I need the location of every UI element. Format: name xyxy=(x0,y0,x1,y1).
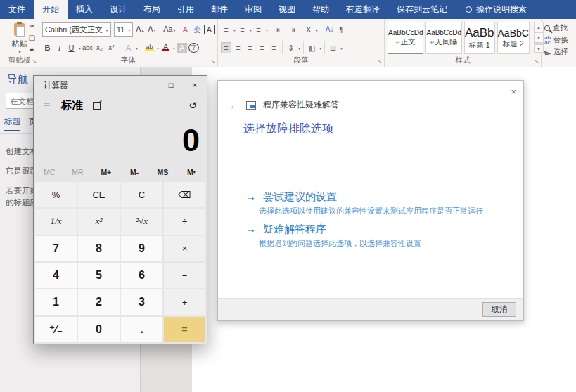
grow-font-icon[interactable]: A▴ xyxy=(134,24,145,35)
character-border-icon[interactable]: A xyxy=(204,25,215,34)
subtract-key[interactable]: − xyxy=(164,263,205,288)
memory-add-button[interactable]: M+ xyxy=(92,168,120,180)
styles-dialog-launcher-icon[interactable]: ↘ xyxy=(534,59,539,65)
select-button[interactable]: 选择 xyxy=(542,46,576,58)
backspace-key[interactable]: ⌫ xyxy=(164,182,205,207)
enclose-characters-icon[interactable]: 字 xyxy=(188,43,199,53)
clear-formatting-icon[interactable]: A xyxy=(180,25,191,34)
minimize-button[interactable]: – xyxy=(135,76,159,94)
calculator-titlebar[interactable]: 计算器 – □ × xyxy=(34,76,207,94)
asian-layout-caret-icon[interactable]: ▾ xyxy=(316,27,318,32)
tab-design[interactable]: 设计 xyxy=(101,0,135,19)
tab-references[interactable]: 引用 xyxy=(169,0,203,19)
decimal-key[interactable]: . xyxy=(121,317,162,342)
distribute-icon[interactable]: ≡ xyxy=(269,43,279,53)
borders-icon[interactable]: ⊞ xyxy=(328,43,338,53)
digit-1-key[interactable]: 1 xyxy=(35,289,77,315)
style-normal[interactable]: AaBbCcDd ↵正文 xyxy=(388,22,423,54)
nav-tab-headings[interactable]: 标题 xyxy=(4,117,20,131)
change-case-icon[interactable]: Aa▾ xyxy=(163,24,174,35)
clipboard-dialog-launcher-icon[interactable]: ↘ xyxy=(32,59,37,65)
reciprocal-key[interactable]: 1/x xyxy=(35,209,77,234)
replace-button[interactable]: abac 替换 xyxy=(542,34,576,46)
digit-7-key[interactable]: 7 xyxy=(35,236,77,261)
line-spacing-caret-icon[interactable]: ▾ xyxy=(298,46,300,51)
keep-on-top-icon[interactable]: ↗ xyxy=(93,102,101,110)
style-heading2[interactable]: AaBbC 标题 2 xyxy=(497,22,530,54)
font-dialog-launcher-icon[interactable]: ↘ xyxy=(210,59,215,65)
memory-clear-button[interactable]: MC xyxy=(35,168,63,180)
equals-key[interactable]: = xyxy=(164,317,205,342)
phonetic-guide-icon[interactable]: 变 xyxy=(192,25,203,34)
add-key[interactable]: + xyxy=(164,289,205,315)
italic-icon[interactable]: I xyxy=(54,43,65,53)
superscript-icon[interactable]: x² xyxy=(106,43,117,53)
shrink-font-icon[interactable]: A▾ xyxy=(146,24,157,35)
digit-0-key[interactable]: 0 xyxy=(78,317,120,342)
square-key[interactable]: x² xyxy=(78,209,120,234)
tab-save-to-cloud-notes[interactable]: 保存到云笔记 xyxy=(388,0,456,19)
bullets-icon[interactable]: ≡ xyxy=(221,25,231,34)
dialog-close-icon[interactable]: × xyxy=(511,86,516,97)
digit-2-key[interactable]: 2 xyxy=(78,289,120,315)
borders-caret-icon[interactable]: ▾ xyxy=(340,46,343,51)
tab-mailings[interactable]: 邮件 xyxy=(203,0,236,19)
tab-help[interactable]: 帮助 xyxy=(304,0,338,19)
find-button[interactable]: 查找 xyxy=(542,22,576,34)
tab-layout[interactable]: 布局 xyxy=(135,0,169,19)
numbering-icon[interactable]: ≡ xyxy=(237,25,248,34)
bullets-caret-icon[interactable]: ▾ xyxy=(233,27,236,32)
align-center-icon[interactable]: ≡ xyxy=(233,43,243,53)
paragraph-dialog-launcher-icon[interactable]: ↘ xyxy=(377,59,382,65)
multilevel-list-icon[interactable]: ≡ xyxy=(253,25,264,34)
shading-caret-icon[interactable]: ▾ xyxy=(319,46,321,51)
clear-entry-key[interactable]: CE xyxy=(78,182,120,207)
numbering-caret-icon[interactable]: ▾ xyxy=(250,27,252,32)
negate-key[interactable]: ⁺⁄₋ xyxy=(35,317,77,342)
square-root-key[interactable]: ²√x xyxy=(121,209,162,234)
show-hide-marks-icon[interactable]: ¶ xyxy=(336,25,347,34)
text-effects-icon[interactable]: A xyxy=(123,43,134,53)
tab-home[interactable]: 开始 xyxy=(34,0,68,19)
multilevel-caret-icon[interactable]: ▾ xyxy=(266,27,268,32)
highlight-color-icon[interactable]: ab xyxy=(144,44,155,51)
tab-youdao-translate[interactable]: 有道翻译 xyxy=(338,0,388,19)
tab-file[interactable]: 文件 xyxy=(0,0,34,19)
justify-icon[interactable]: ≡ xyxy=(257,43,267,53)
option-troubleshoot-program[interactable]: → 疑难解答程序 xyxy=(245,223,326,236)
bold-icon[interactable]: B xyxy=(42,43,53,53)
tell-me-search[interactable]: 操作说明搜索 xyxy=(466,0,527,19)
align-left-icon[interactable]: ≡ xyxy=(221,42,231,53)
shading-icon[interactable]: ◧ xyxy=(307,43,317,53)
digit-5-key[interactable]: 5 xyxy=(78,263,120,288)
text-effects-caret-icon[interactable]: ▾ xyxy=(136,46,138,51)
cancel-button[interactable]: 取消 xyxy=(482,302,516,317)
cut-icon[interactable]: ✂ xyxy=(27,22,37,32)
character-shading-icon[interactable]: A xyxy=(177,43,187,53)
multiply-key[interactable]: × xyxy=(164,236,205,261)
asian-layout-icon[interactable]: X xyxy=(303,25,314,34)
sort-icon[interactable]: A↓ xyxy=(324,25,335,34)
font-size-combo[interactable]: 11 ▾ xyxy=(114,22,134,37)
strikethrough-icon[interactable]: abc xyxy=(82,43,93,53)
digit-6-key[interactable]: 6 xyxy=(121,263,162,288)
digit-9-key[interactable]: 9 xyxy=(121,236,162,261)
percent-key[interactable]: % xyxy=(35,182,77,207)
memory-store-button[interactable]: MS xyxy=(148,168,177,180)
font-name-combo[interactable]: Calibri (西文正文 ▾ xyxy=(42,22,111,37)
style-heading1[interactable]: AaBb 标题 1 xyxy=(464,22,495,54)
tab-review[interactable]: 审阅 xyxy=(236,0,270,19)
underline-icon[interactable]: U xyxy=(66,43,77,53)
font-color-icon[interactable]: A xyxy=(160,44,171,51)
clear-key[interactable]: C xyxy=(121,182,162,207)
increase-indent-icon[interactable]: ⇥ xyxy=(286,25,297,34)
digit-4-key[interactable]: 4 xyxy=(35,263,77,288)
format-painter-icon[interactable]: ✒ xyxy=(27,46,37,55)
digit-8-key[interactable]: 8 xyxy=(78,236,120,261)
highlight-caret-icon[interactable]: ▾ xyxy=(157,46,159,51)
font-color-caret-icon[interactable]: ▾ xyxy=(173,46,175,51)
maximize-button[interactable]: □ xyxy=(159,76,183,94)
history-icon[interactable]: ↺ xyxy=(188,100,197,111)
decrease-indent-icon[interactable]: ⇤ xyxy=(274,25,285,34)
underline-caret-icon[interactable]: ▾ xyxy=(79,46,81,51)
